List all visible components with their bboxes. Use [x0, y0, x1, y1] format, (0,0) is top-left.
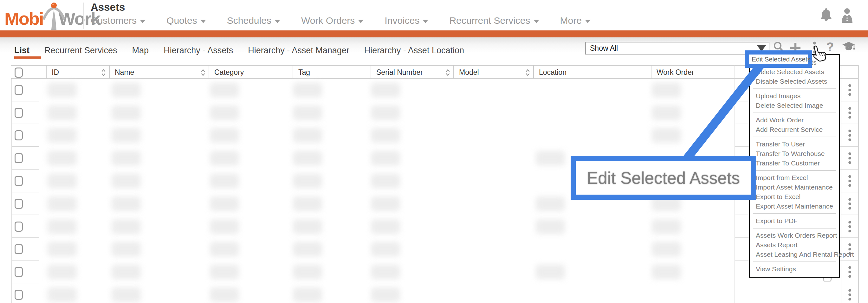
sort-icon[interactable]	[200, 68, 206, 78]
menu-item-export-asset-maintenance[interactable]: Export Asset Maintenance	[750, 202, 839, 211]
row-actions-menu-button[interactable]	[841, 147, 859, 170]
redacted-cell-tag	[293, 105, 322, 120]
row-checkbox[interactable]	[14, 221, 23, 232]
row-checkbox[interactable]	[14, 290, 23, 300]
menu-item-transfer-to-user[interactable]: Transfer To User	[750, 140, 839, 149]
row-actions-menu-button[interactable]	[841, 283, 859, 303]
redacted-cell-name	[112, 105, 141, 120]
nav-item-label: Recurrent Services	[449, 15, 530, 26]
tab-hierarchy-assets[interactable]: Hierarchy - Assets	[163, 46, 233, 56]
row-checkbox[interactable]	[14, 85, 23, 95]
redacted-cell-tag	[293, 265, 322, 279]
help-icon[interactable]: ?	[826, 40, 834, 54]
nav-item-invoices[interactable]: Invoices	[384, 15, 428, 26]
nav-item-customers[interactable]: Customers	[91, 15, 146, 26]
redacted-cell-name	[112, 83, 141, 97]
nav-item-quotes[interactable]: Quotes	[166, 15, 206, 26]
row-actions-menu-button[interactable]	[841, 170, 859, 192]
menu-item-export-to-pdf[interactable]: Export to PDF	[750, 216, 839, 226]
nav-item-work-orders[interactable]: Work Orders	[301, 15, 364, 26]
nav-item-schedules[interactable]: Schedules	[227, 15, 280, 26]
redacted-cell-work_order	[652, 242, 681, 256]
table-header-row: IDNameCategoryTagSerial NumberModelLocat…	[11, 65, 859, 79]
redacted-cell-category	[210, 83, 239, 97]
filter-dropdown[interactable]: Show All	[585, 42, 769, 55]
row-checkbox[interactable]	[14, 267, 23, 277]
row-actions-menu-button[interactable]	[841, 261, 859, 283]
highlighted-menu-item[interactable]: Edit Selected Assets	[745, 51, 812, 68]
table-row	[0, 261, 868, 283]
redacted-cell-serial	[371, 196, 400, 211]
tab-list[interactable]: List	[14, 46, 29, 56]
sort-icon[interactable]	[445, 68, 451, 78]
chevron-down-icon	[140, 20, 146, 23]
menu-item-upload-images[interactable]: Upload Images	[750, 91, 839, 101]
menu-item-disable-selected-assets[interactable]: Disable Selected Assets	[750, 77, 839, 86]
column-header-location: Location	[533, 66, 651, 79]
row-actions-menu-button[interactable]	[841, 79, 859, 101]
redacted-cell-serial	[371, 219, 400, 234]
redacted-cell-work_order	[652, 105, 681, 120]
row-checkbox[interactable]	[14, 108, 23, 118]
menu-item-delete-selected-image[interactable]: Delete Selected Image	[750, 101, 839, 110]
menu-item-asset-leasing-and-rental-report[interactable]: Asset Leasing And Rental Report	[750, 250, 839, 259]
row-actions-menu-button[interactable]	[841, 215, 859, 238]
row-actions-menu-button[interactable]	[841, 124, 859, 147]
redacted-cell-id	[48, 174, 77, 188]
menu-item-delete-selected-assets[interactable]: Delete Selected Assets	[750, 67, 839, 77]
row-checkbox[interactable]	[14, 176, 23, 186]
row-checkbox[interactable]	[14, 244, 23, 254]
column-header-model[interactable]: Model	[453, 66, 533, 79]
redacted-cell-tag	[293, 242, 322, 256]
redacted-cell-name	[112, 196, 141, 211]
select-all-checkbox[interactable]	[14, 67, 23, 78]
table-row	[0, 238, 868, 261]
notifications-bell-icon[interactable]	[820, 8, 833, 25]
redacted-cell-category	[210, 265, 239, 279]
row-checkbox[interactable]	[14, 199, 23, 209]
tab-map[interactable]: Map	[132, 46, 149, 56]
menu-item-import-asset-maintenance[interactable]: Import Asset Maintenance	[750, 183, 839, 192]
nav-item-recurrent-services[interactable]: Recurrent Services	[449, 15, 539, 26]
redacted-cell-work_order	[652, 219, 681, 234]
menu-item-transfer-to-warehouse[interactable]: Transfer To Warehouse	[750, 149, 839, 158]
menu-item-export-to-excel[interactable]: Export to Excel	[750, 192, 839, 202]
kebab-icon	[848, 266, 851, 278]
menu-item-view-settings[interactable]: View Settings	[750, 264, 839, 274]
redacted-cell-name	[112, 265, 141, 279]
user-account-icon[interactable]	[840, 8, 854, 25]
menu-item-import-from-excel[interactable]: Import from Excel	[750, 173, 839, 183]
menu-item-assets-work-orders-report[interactable]: Assets Work Orders Report	[750, 231, 839, 240]
training-icon[interactable]	[841, 41, 856, 56]
redacted-cell-id	[48, 196, 77, 211]
redacted-cell-tag	[293, 151, 322, 165]
redacted-cell-tag	[293, 128, 322, 143]
table-row	[0, 79, 868, 101]
mobiwork-logo[interactable]: Mobi Work	[4, 4, 100, 33]
tab-hierarchy-asset-manager[interactable]: Hierarchy - Asset Manager	[248, 46, 349, 56]
menu-item-assets-report[interactable]: Assets Report	[750, 240, 839, 250]
column-header-name[interactable]: Name	[109, 66, 209, 79]
row-checkbox[interactable]	[14, 130, 23, 141]
nav-item-more[interactable]: More	[560, 15, 591, 26]
sort-icon[interactable]	[100, 68, 106, 78]
row-actions-menu-button[interactable]	[841, 101, 859, 124]
tab-hierarchy-asset-location[interactable]: Hierarchy - Asset Location	[364, 46, 464, 56]
tab-recurrent-services[interactable]: Recurrent Services	[44, 46, 117, 56]
nav-item-label: Quotes	[166, 15, 197, 26]
column-header-label: ID	[46, 68, 59, 77]
column-header-select	[11, 66, 46, 79]
sort-icon[interactable]	[525, 68, 531, 78]
kebab-icon	[848, 175, 851, 187]
row-actions-menu-button[interactable]	[841, 192, 859, 215]
more-actions-icon[interactable]	[812, 41, 816, 56]
menu-item-add-recurrent-service[interactable]: Add Recurrent Service	[750, 125, 839, 134]
menu-item-transfer-to-customer[interactable]: Transfer To Customer	[750, 158, 839, 168]
row-checkbox[interactable]	[14, 153, 23, 163]
column-header-id[interactable]: ID	[46, 66, 109, 79]
menu-item-add-work-order[interactable]: Add Work Order	[750, 115, 839, 125]
redacted-cell-id	[48, 105, 77, 120]
actions-menu: Edit Selected AssetsDelete Selected Asse…	[749, 54, 840, 278]
nav-item-label: Schedules	[227, 15, 271, 26]
column-header-serial[interactable]: Serial Number	[371, 66, 453, 79]
